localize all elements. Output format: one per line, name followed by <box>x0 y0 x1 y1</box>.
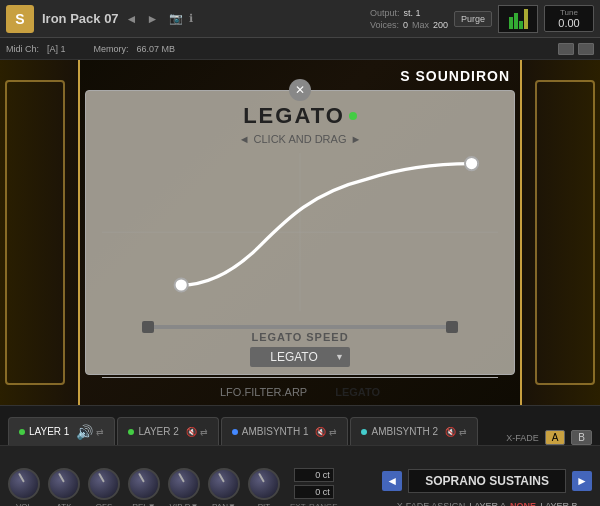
ambi1-icons: 🔇 ⇄ <box>315 427 337 437</box>
none-label: NONE <box>510 501 536 507</box>
app-logo: S <box>6 5 34 33</box>
layer-tab-1[interactable]: LAYER 1 🔊 ⇄ <box>8 417 115 445</box>
knob-rel: REL▼ <box>128 468 160 506</box>
click-drag-label: ◄ CLICK AND DRAG ► <box>239 133 362 145</box>
legato-speed-label: LEGATO SPEED <box>251 331 348 343</box>
knob-pit: PIT <box>248 468 280 506</box>
vibd-label: VIB.D▼ <box>170 502 199 506</box>
tune-value: 0.00 <box>551 17 587 29</box>
xfade-label: X-FADE <box>506 433 539 443</box>
soprano-name: SOPRANO SUSTAINS <box>408 469 566 493</box>
midi-label: Midi Ch: <box>6 44 39 54</box>
xfade-tab: X-FADE A B <box>506 430 592 445</box>
legato-speed-select[interactable]: LEGATO <box>250 347 350 367</box>
soundiron-logo: S SOUNDIRON <box>400 68 510 84</box>
memory-value: 66.07 MB <box>137 44 176 54</box>
rel-knob[interactable] <box>128 468 160 500</box>
knobs-row: VOL ATK OFS REL▼ VIB.D▼ PAN▼ PIT <box>8 468 280 506</box>
layer-tab-ambi2[interactable]: AMBISYNTH 2 🔇 ⇄ <box>350 417 478 445</box>
close-button[interactable]: ✕ <box>289 79 311 101</box>
output-info: Output: st. 1 Voices: 0 Max 200 <box>370 8 448 30</box>
atk-knob[interactable] <box>48 468 80 500</box>
layer2-mute-icon[interactable]: 🔇 <box>186 427 197 437</box>
ambi2-icons: 🔇 ⇄ <box>445 427 467 437</box>
keyboard-icon[interactable] <box>558 43 574 55</box>
deco-right <box>520 60 600 405</box>
ambi1-label: AMBISYNTH 1 <box>242 426 309 437</box>
layer2-label: LAYER 2 <box>138 426 178 437</box>
settings-icon[interactable] <box>578 43 594 55</box>
layer-b-label: LAYER B <box>540 501 577 507</box>
nav-prev-arrow[interactable]: ◄ <box>123 11 141 27</box>
top-bar: S Iron Pack 07 ◄ ► 📷 ℹ Output: st. 1 Voi… <box>0 0 600 38</box>
deco-left <box>0 60 80 405</box>
knob-atk: ATK <box>48 468 80 506</box>
voices-value: 0 <box>403 20 408 30</box>
layer2-loop-icon[interactable]: ⇄ <box>200 427 208 437</box>
legato-dropdown-wrapper[interactable]: LEGATO <box>250 347 350 367</box>
soprano-section: ◄ SOPRANO SUSTAINS ► X-FADE ASSIGN LAYER… <box>382 469 592 507</box>
legato-active-dot <box>349 112 357 120</box>
camera-icon[interactable]: 📷 <box>169 12 183 25</box>
deco-pattern-left <box>5 80 65 385</box>
layer-tabs: LAYER 1 🔊 ⇄ LAYER 2 🔇 ⇄ AMBISYNTH 1 🔇 ⇄ … <box>0 405 600 445</box>
knob-ofs: OFS <box>88 468 120 506</box>
panel-tab-lfo[interactable]: LFO.FILTER.ARP <box>216 384 311 400</box>
ambi2-label: AMBISYNTH 2 <box>371 426 438 437</box>
drag-arrow-right: ► <box>350 133 361 145</box>
pan-knob[interactable] <box>208 468 240 500</box>
tune-block: Tune 0.00 <box>544 5 594 32</box>
soprano-next-button[interactable]: ► <box>572 471 592 491</box>
purge-button[interactable]: Purge <box>454 11 492 27</box>
pit-knob[interactable] <box>248 468 280 500</box>
pit-label: PIT <box>258 502 270 506</box>
layer1-label: LAYER 1 <box>29 426 69 437</box>
voices-label: Voices: <box>370 20 399 30</box>
ambi1-mute-icon[interactable]: 🔇 <box>315 427 326 437</box>
soprano-prev-button[interactable]: ◄ <box>382 471 402 491</box>
ambi1-dot <box>232 429 238 435</box>
svg-point-2 <box>175 278 188 291</box>
info-icon[interactable]: ℹ <box>189 12 193 25</box>
main-area: S SOUNDIRON ✕ LEGATO ◄ CLICK AND DRAG ► <box>0 60 600 405</box>
vol-knob[interactable] <box>8 468 40 500</box>
nav-arrows: ◄ ► <box>123 11 162 27</box>
tune-label: Tune <box>551 8 587 17</box>
panel-tabs: LFO.FILTER.ARP LEGATO <box>102 377 498 400</box>
nav-next-arrow[interactable]: ► <box>144 11 162 27</box>
layer2-dot <box>128 429 134 435</box>
knob-vol: VOL <box>8 468 40 506</box>
svg-point-3 <box>465 157 478 170</box>
panel-tab-legato[interactable]: LEGATO <box>331 384 384 400</box>
range-bar <box>142 325 459 329</box>
legato-panel: ✕ LEGATO ◄ CLICK AND DRAG ► <box>85 90 515 375</box>
ambi2-mute-icon[interactable]: 🔇 <box>445 427 456 437</box>
layer-tab-2[interactable]: LAYER 2 🔇 ⇄ <box>117 417 218 445</box>
max-value: 200 <box>433 20 448 30</box>
layer1-loop-icon[interactable]: ⇄ <box>96 427 104 437</box>
ambi1-loop-icon[interactable]: ⇄ <box>329 427 337 437</box>
ext-range-label: EXT. RANGE <box>290 502 338 506</box>
deco-pattern-right <box>535 80 595 385</box>
max-label: Max <box>412 20 429 30</box>
layer2-icons: 🔇 ⇄ <box>186 427 208 437</box>
ext-range-input-1[interactable] <box>294 468 334 482</box>
layer1-mute-icon[interactable]: 🔊 <box>76 424 93 440</box>
range-handle-left[interactable] <box>142 321 154 333</box>
layer1-icons: 🔊 ⇄ <box>76 424 104 440</box>
vibd-knob[interactable] <box>168 468 200 500</box>
ambi2-loop-icon[interactable]: ⇄ <box>459 427 467 437</box>
xfade-btn-b[interactable]: B <box>571 430 592 445</box>
ext-range-input-2[interactable] <box>294 485 334 499</box>
legato-curve-svg[interactable] <box>102 151 498 313</box>
curve-area[interactable] <box>102 151 498 313</box>
legato-title: LEGATO <box>243 103 357 129</box>
memory-label: Memory: <box>94 44 129 54</box>
ofs-knob[interactable] <box>88 468 120 500</box>
layer-tab-ambi1[interactable]: AMBISYNTH 1 🔇 ⇄ <box>221 417 349 445</box>
range-handle-right[interactable] <box>446 321 458 333</box>
output-label: Output: <box>370 8 400 18</box>
ofs-label: OFS <box>96 502 112 506</box>
xfade-btn-a[interactable]: A <box>545 430 566 445</box>
drag-arrow-left: ◄ <box>239 133 250 145</box>
